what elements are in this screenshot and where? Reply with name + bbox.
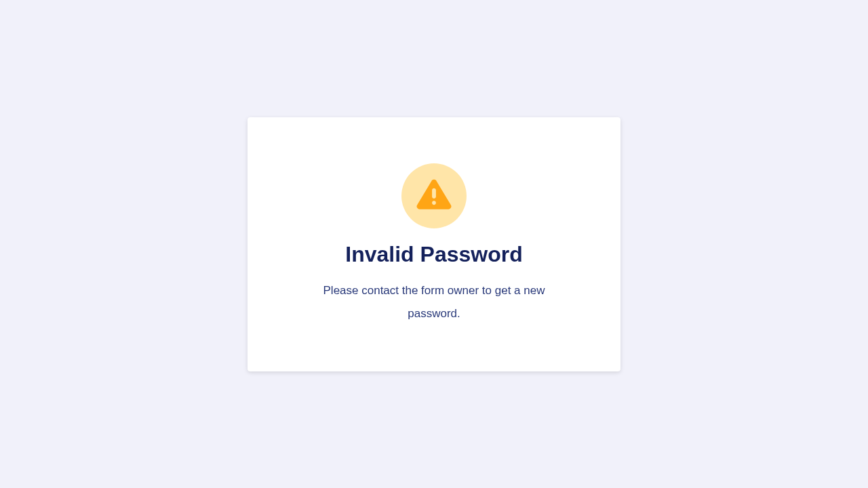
warning-triangle-icon <box>415 176 453 216</box>
error-title: Invalid Password <box>345 242 522 267</box>
error-card: Invalid Password Please contact the form… <box>248 117 620 371</box>
error-message: Please contact the form owner to get a n… <box>305 279 563 325</box>
warning-icon-circle <box>401 163 467 228</box>
